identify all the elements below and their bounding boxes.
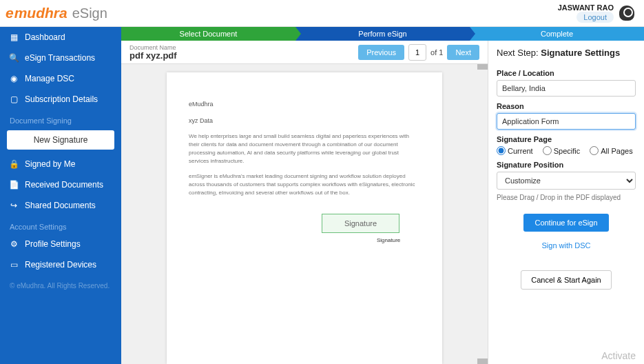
sidebar-item-label: Registered Devices bbox=[25, 260, 96, 270]
copyright: © eMudhra. All Rights Reserved. bbox=[0, 275, 121, 296]
pdf-page[interactable]: eMudhra xyz Data We help enterprises lar… bbox=[167, 72, 442, 364]
scroll-down-icon[interactable] bbox=[477, 358, 488, 364]
signature-settings-panel: Next Step: Signature Settings Place / Lo… bbox=[488, 41, 644, 364]
sidebar-item-received[interactable]: 📄 Received Documents bbox=[0, 174, 121, 195]
radio-all[interactable]: All Pages bbox=[590, 146, 632, 155]
device-icon: ▭ bbox=[10, 260, 18, 270]
pdf-heading-brand: eMudhra bbox=[189, 100, 420, 110]
reason-input[interactable] bbox=[497, 113, 636, 130]
previous-button[interactable]: Previous bbox=[358, 45, 404, 60]
document-panel: Document Name pdf xyz.pdf Previous of 1 … bbox=[121, 41, 488, 364]
card-icon: ▢ bbox=[10, 94, 18, 104]
pdf-heading-sub: xyz Data bbox=[189, 117, 420, 126]
logo-main: mudhra bbox=[14, 5, 67, 21]
sidebar-item-devices[interactable]: ▭ Registered Devices bbox=[0, 254, 121, 275]
dot-icon: ◉ bbox=[10, 74, 18, 83]
continue-esign-button[interactable]: Continue for eSign bbox=[523, 214, 608, 232]
sidebar-section-signing: Document Signing bbox=[0, 110, 121, 128]
radio-specific[interactable]: Specific bbox=[543, 146, 581, 155]
scroll-up-icon[interactable] bbox=[477, 64, 488, 70]
radio-current-input[interactable] bbox=[497, 146, 506, 155]
step-bar: Select Document Perform eSign Complete bbox=[121, 27, 644, 41]
brand-logo: e mudhra eSign bbox=[6, 5, 107, 21]
next-button[interactable]: Next bbox=[447, 45, 479, 60]
radio-current[interactable]: Current bbox=[497, 146, 533, 155]
step-select-document: Select Document bbox=[121, 27, 295, 41]
sidebar-item-signed-by-me[interactable]: 🔒 Signed by Me bbox=[0, 154, 121, 174]
logo-suffix: eSign bbox=[72, 6, 107, 21]
sidebar-item-manage-dsc[interactable]: ◉ Manage DSC bbox=[0, 68, 121, 89]
logout-link[interactable]: Logout bbox=[577, 12, 614, 23]
signature-drop-box[interactable]: Signature bbox=[322, 214, 399, 233]
next-step-bold: Signature Settings bbox=[541, 48, 620, 58]
new-signature-button[interactable]: New Signature bbox=[7, 130, 114, 150]
signature-position-label: Signature Position bbox=[497, 161, 636, 169]
share-icon: ↪ bbox=[10, 201, 18, 210]
sidebar-item-label: Signed by Me bbox=[25, 159, 75, 169]
search-icon: 🔍 bbox=[10, 53, 18, 63]
sidebar-item-subscription[interactable]: ▢ Subscription Details bbox=[0, 89, 121, 110]
sidebar-item-label: Shared Documents bbox=[25, 201, 96, 210]
pdf-paragraph: emSigner is eMudhra's market leading doc… bbox=[189, 172, 420, 197]
sidebar: ▦ Dashboard 🔍 eSign Transactions ◉ Manag… bbox=[0, 27, 121, 364]
logo-prefix: e bbox=[6, 5, 14, 21]
sidebar-item-label: Received Documents bbox=[25, 180, 103, 190]
windows-watermark: Activate bbox=[601, 350, 636, 361]
sidebar-item-label: Subscription Details bbox=[25, 94, 98, 104]
grid-icon: ▦ bbox=[10, 32, 18, 42]
signature-page-radios: Current Specific All Pages bbox=[497, 146, 636, 155]
next-step-title: Next Step: Signature Settings bbox=[497, 48, 636, 58]
document-icon: 📄 bbox=[10, 180, 18, 190]
page-of-text: of 1 bbox=[430, 48, 443, 57]
sidebar-item-label: Profile Settings bbox=[25, 239, 81, 249]
pager: Previous of 1 Next bbox=[358, 44, 479, 61]
sidebar-item-profile[interactable]: ⚙ Profile Settings bbox=[0, 234, 121, 254]
document-header: Document Name pdf xyz.pdf Previous of 1 … bbox=[121, 41, 488, 64]
sidebar-item-label: eSign Transactions bbox=[25, 53, 95, 63]
step-complete: Complete bbox=[470, 27, 644, 41]
main-area: Select Document Perform eSign Complete D… bbox=[121, 27, 644, 364]
signature-page-label: Signature Page bbox=[497, 135, 636, 143]
pdf-paragraph: We help enterprises large and small buil… bbox=[189, 132, 420, 165]
pdf-viewport[interactable]: eMudhra xyz Data We help enterprises lar… bbox=[121, 64, 488, 364]
document-name: pdf xyz.pdf bbox=[129, 50, 358, 61]
sidebar-item-transactions[interactable]: 🔍 eSign Transactions bbox=[0, 48, 121, 68]
place-label: Place / Location bbox=[497, 69, 636, 77]
gear-icon: ⚙ bbox=[10, 239, 18, 249]
sign-with-dsc-link[interactable]: Sign with DSC bbox=[497, 241, 636, 250]
next-step-prefix: Next Step: bbox=[497, 48, 541, 58]
signature-position-select[interactable]: Customize bbox=[497, 172, 636, 190]
cancel-start-again-button[interactable]: Cancel & Start Again bbox=[521, 270, 612, 290]
place-input[interactable] bbox=[497, 80, 636, 97]
lock-icon: 🔒 bbox=[10, 159, 18, 169]
user-block: JASWANT RAO Logout bbox=[558, 3, 634, 23]
sidebar-item-label: Manage DSC bbox=[25, 74, 74, 83]
sidebar-item-label: Dashboard bbox=[25, 32, 65, 42]
radio-specific-input[interactable] bbox=[543, 146, 552, 155]
sidebar-section-account: Account Settings bbox=[0, 216, 121, 234]
avatar-icon[interactable] bbox=[619, 6, 634, 21]
reason-label: Reason bbox=[497, 102, 636, 110]
radio-all-input[interactable] bbox=[590, 146, 599, 155]
sidebar-item-dashboard[interactable]: ▦ Dashboard bbox=[0, 27, 121, 48]
drag-drop-hint: Please Drag / Drop in the PDF displayed bbox=[497, 194, 636, 201]
sidebar-item-shared[interactable]: ↪ Shared Documents bbox=[0, 195, 121, 216]
user-name: JASWANT RAO bbox=[558, 3, 614, 12]
page-number-input[interactable] bbox=[408, 44, 426, 61]
step-perform-esign: Perform eSign bbox=[295, 27, 470, 41]
top-header: e mudhra eSign JASWANT RAO Logout bbox=[0, 0, 644, 27]
signature-caption: Signature bbox=[377, 236, 400, 245]
